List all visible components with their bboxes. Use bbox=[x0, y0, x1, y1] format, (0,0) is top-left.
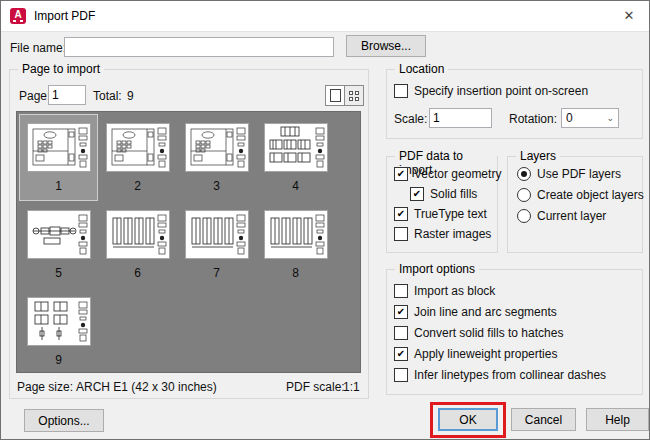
page-number: 8 bbox=[292, 266, 299, 280]
checkbox-label: Raster images bbox=[414, 227, 491, 241]
checkbox-label: Specify insertion point on-screen bbox=[414, 84, 588, 98]
pdf-page-thumbnail-7[interactable]: 7 bbox=[177, 201, 256, 288]
thumbnail-grid: 123456789 bbox=[17, 112, 360, 373]
checkbox-label: Apply lineweight properties bbox=[414, 347, 557, 361]
pdf-page-thumbnail-9[interactable]: 9 bbox=[19, 288, 98, 373]
checkbox-label: Vector geometry bbox=[414, 167, 501, 181]
chevron-down-icon: ⌄ bbox=[606, 113, 614, 123]
single-page-view-icon[interactable] bbox=[325, 85, 345, 106]
radio-label: Use PDF layers bbox=[537, 167, 621, 181]
radio-dot-icon bbox=[517, 209, 531, 223]
insertion-checkbox-holder: Specify insertion point on-screen bbox=[394, 84, 588, 105]
ok-button[interactable]: OK bbox=[438, 408, 498, 431]
rotation-value: 0 bbox=[566, 111, 573, 125]
checkbox-infer-linetypes-from-collinear-dashes[interactable]: Infer linetypes from collinear dashes bbox=[394, 368, 606, 382]
scale-input[interactable] bbox=[429, 108, 492, 128]
checkbox-box-icon bbox=[394, 368, 408, 382]
checkbox-convert-solid-fills-to-hatches[interactable]: Convert solid fills to hatches bbox=[394, 326, 606, 340]
radio-dot-icon bbox=[517, 167, 531, 181]
checkbox-specify-insertion-point-on-screen[interactable]: Specify insertion point on-screen bbox=[394, 84, 588, 98]
group-title: Layers bbox=[516, 149, 560, 163]
logo-bar bbox=[13, 20, 23, 22]
pdf-page-thumbnail-6[interactable]: 6 bbox=[98, 201, 177, 288]
page-label: Page: bbox=[19, 89, 50, 103]
total-label: Total: bbox=[93, 89, 122, 103]
checkbox-box-icon: ✔ bbox=[394, 207, 408, 221]
close-icon[interactable]: ✕ bbox=[609, 1, 649, 31]
page-preview bbox=[106, 210, 170, 259]
file-name-label: File name: bbox=[10, 41, 66, 55]
page-preview bbox=[264, 123, 328, 172]
group-title: Import options bbox=[395, 262, 479, 276]
checkbox-join-line-and-arc-segments[interactable]: ✔Join line and arc segments bbox=[394, 305, 606, 319]
page-preview bbox=[106, 123, 170, 172]
checkbox-label: Solid fills bbox=[430, 187, 477, 201]
checkbox-apply-lineweight-properties[interactable]: ✔Apply lineweight properties bbox=[394, 347, 606, 361]
pdf-page-thumbnail-1[interactable]: 1 bbox=[19, 114, 98, 201]
page-size-value: ARCH E1 (42 x 30 inches) bbox=[76, 380, 217, 394]
pdf-data-list: ✔Vector geometry✔Solid fills✔TrueType te… bbox=[394, 167, 501, 247]
window-title: Import PDF bbox=[34, 9, 95, 23]
checkbox-box-icon bbox=[394, 326, 408, 340]
pdf-page-thumbnail-4[interactable]: 4 bbox=[256, 114, 335, 201]
checkbox-import-as-block[interactable]: Import as block bbox=[394, 284, 606, 298]
pdf-page-thumbnail-5[interactable]: 5 bbox=[19, 201, 98, 288]
radio-label: Create object layers bbox=[537, 188, 644, 202]
pdf-page-thumbnail-2[interactable]: 2 bbox=[98, 114, 177, 201]
checkbox-box-icon: ✔ bbox=[394, 167, 408, 181]
help-button[interactable]: Help bbox=[586, 408, 649, 431]
checkbox-raster-images[interactable]: Raster images bbox=[394, 227, 501, 241]
page-number: 1 bbox=[55, 179, 62, 193]
pdf-scale-value: 1:1 bbox=[343, 380, 360, 394]
checkbox-box-icon bbox=[394, 84, 408, 98]
checkbox-truetype-text[interactable]: ✔TrueType text bbox=[394, 207, 501, 221]
checkbox-label: TrueType text bbox=[414, 207, 487, 221]
browse-button[interactable]: Browse... bbox=[346, 35, 426, 57]
page-number: 2 bbox=[134, 179, 141, 193]
page-size-label: Page size: bbox=[17, 380, 73, 394]
radio-label: Current layer bbox=[537, 209, 606, 223]
radio-create-object-layers[interactable]: Create object layers bbox=[517, 188, 644, 202]
checkbox-box-icon: ✔ bbox=[394, 305, 408, 319]
view-toggle bbox=[325, 85, 364, 106]
checkbox-box-icon: ✔ bbox=[394, 347, 408, 361]
page-preview bbox=[185, 210, 249, 259]
options-button[interactable]: Options... bbox=[24, 409, 104, 432]
title-bar: A Import PDF ✕ bbox=[1, 1, 649, 32]
page-number: 3 bbox=[213, 179, 220, 193]
page-preview bbox=[264, 210, 328, 259]
page-number: 7 bbox=[213, 266, 220, 280]
rotation-label: Rotation: bbox=[509, 112, 557, 126]
checkbox-box-icon: ✔ bbox=[410, 187, 424, 201]
page-number: 6 bbox=[134, 266, 141, 280]
radio-dot-icon bbox=[517, 188, 531, 202]
checkbox-box-icon bbox=[394, 227, 408, 241]
page-preview bbox=[27, 123, 91, 172]
page-number-input[interactable] bbox=[48, 85, 86, 105]
checkbox-label: Import as block bbox=[414, 284, 495, 298]
grid-view-icon[interactable] bbox=[345, 85, 364, 106]
checkbox-solid-fills[interactable]: ✔Solid fills bbox=[410, 187, 501, 201]
pdf-scale-label: PDF scale: bbox=[286, 380, 345, 394]
checkbox-vector-geometry[interactable]: ✔Vector geometry bbox=[394, 167, 501, 181]
cancel-button[interactable]: Cancel bbox=[511, 408, 576, 431]
radio-use-pdf-layers[interactable]: Use PDF layers bbox=[517, 167, 644, 181]
file-name-input[interactable] bbox=[64, 37, 334, 57]
checkbox-label: Convert solid fills to hatches bbox=[414, 326, 563, 340]
page-number: 4 bbox=[292, 179, 299, 193]
radio-current-layer[interactable]: Current layer bbox=[517, 209, 644, 223]
import-pdf-dialog: A Import PDF ✕ File name: Browse... Page… bbox=[0, 0, 650, 440]
page-number: 9 bbox=[55, 353, 62, 367]
pdf-page-thumbnail-8[interactable]: 8 bbox=[256, 201, 335, 288]
checkbox-label: Infer linetypes from collinear dashes bbox=[414, 368, 606, 382]
group-title: Location bbox=[395, 62, 448, 76]
logo-letter: A bbox=[14, 9, 21, 20]
pdf-page-thumbnail-3[interactable]: 3 bbox=[177, 114, 256, 201]
layers-list: Use PDF layersCreate object layersCurren… bbox=[517, 167, 644, 230]
rotation-select[interactable]: 0 ⌄ bbox=[561, 108, 619, 128]
total-value: 9 bbox=[127, 89, 134, 103]
page-preview bbox=[185, 123, 249, 172]
scale-label: Scale: bbox=[394, 112, 427, 126]
page-preview bbox=[27, 297, 91, 346]
checkbox-label: Join line and arc segments bbox=[414, 305, 557, 319]
